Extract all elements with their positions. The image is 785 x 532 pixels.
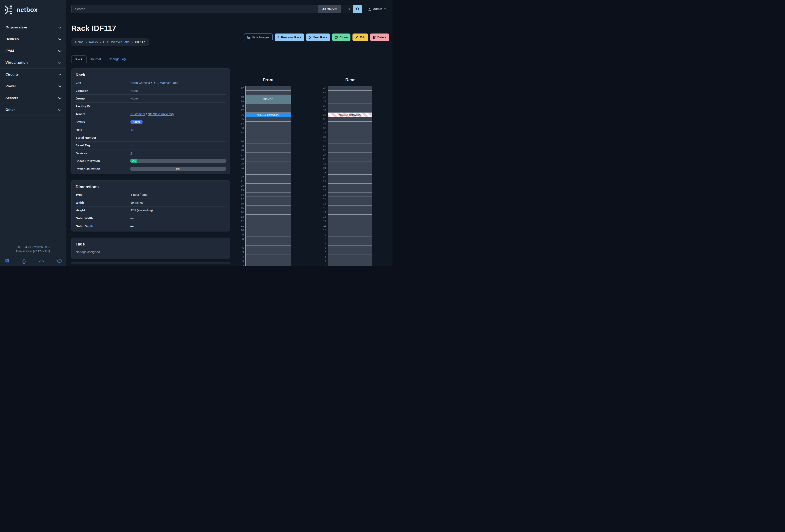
source-code-link[interactable]: <> (39, 259, 44, 264)
rack-empty-slot[interactable] (246, 157, 291, 161)
sidebar-item-organization[interactable]: Organization (0, 22, 66, 33)
rack-empty-slot[interactable] (246, 215, 291, 219)
rack-empty-slot[interactable] (246, 122, 291, 126)
rack-empty-slot[interactable] (328, 130, 372, 135)
sidebar-item-devices[interactable]: Devices (0, 33, 66, 45)
rack-empty-slot[interactable] (246, 263, 291, 266)
docs-book-link[interactable] (4, 259, 9, 264)
rack-empty-slot[interactable] (246, 170, 291, 175)
attribute-link[interactable]: IDF (130, 128, 135, 131)
help-lifebuoy-link[interactable] (57, 259, 61, 264)
rack-empty-slot[interactable] (328, 250, 372, 255)
rack-empty-slot[interactable] (246, 153, 291, 157)
next-rack-button[interactable]: Next Rack (306, 33, 330, 41)
breadcrumb-item[interactable]: Racks (89, 40, 98, 44)
rack-empty-slot[interactable] (328, 86, 372, 90)
breadcrumb-item[interactable]: Home (75, 40, 83, 44)
hide-images-button[interactable]: Hide Images (244, 33, 273, 41)
rack-empty-slot[interactable] (246, 161, 291, 166)
rack-empty-slot[interactable] (328, 179, 372, 184)
rack-device[interactable]: ncsu117-distswitch1 (328, 113, 372, 117)
rack-empty-slot[interactable] (328, 135, 372, 139)
rack-empty-slot[interactable] (328, 175, 372, 179)
rack-empty-slot[interactable] (328, 95, 372, 100)
rack-empty-slot[interactable] (328, 117, 372, 122)
rack-empty-slot[interactable] (246, 179, 291, 184)
rack-empty-slot[interactable] (246, 104, 291, 108)
attribute-link[interactable]: Customers (130, 112, 145, 116)
rack-empty-slot[interactable] (246, 241, 291, 245)
rack-empty-slot[interactable] (328, 206, 372, 210)
search-submit-button[interactable] (353, 5, 362, 13)
attribute-link[interactable]: North Carolina (130, 81, 150, 84)
rack-device[interactable]: PP:MDF (246, 95, 291, 104)
previous-rack-button[interactable]: Previous Rack (275, 33, 304, 41)
sidebar-item-ipam[interactable]: IPAM (0, 45, 66, 57)
netbox-logo[interactable]: netbox (0, 0, 66, 19)
rack-empty-slot[interactable] (328, 241, 372, 245)
rack-empty-slot[interactable] (246, 144, 291, 148)
rack-empty-slot[interactable] (328, 197, 372, 201)
rack-empty-slot[interactable] (328, 144, 372, 148)
rack-empty-slot[interactable] (328, 245, 372, 250)
rack-empty-slot[interactable] (246, 90, 291, 95)
rack-empty-slot[interactable] (328, 201, 372, 206)
search-input[interactable] (71, 5, 318, 13)
breadcrumb-item[interactable]: D. S. Weaver Labs (103, 40, 130, 44)
api-braces-link[interactable]: {} (22, 259, 26, 264)
rack-empty-slot[interactable] (246, 228, 291, 232)
rack-empty-slot[interactable] (246, 259, 291, 263)
sidebar-item-secrets[interactable]: Secrets (0, 92, 66, 104)
sidebar-item-virtualization[interactable]: Virtualization (0, 57, 66, 69)
rack-empty-slot[interactable] (246, 201, 291, 206)
sidebar-item-other[interactable]: Other (0, 104, 66, 116)
rack-empty-slot[interactable] (246, 255, 291, 259)
sidebar-item-circuits[interactable]: Circuits (0, 69, 66, 80)
attribute-link[interactable]: NC State University (148, 112, 174, 116)
rack-empty-slot[interactable] (246, 219, 291, 223)
rack-empty-slot[interactable] (328, 210, 372, 215)
rack-empty-slot[interactable] (246, 166, 291, 170)
rack-empty-slot[interactable] (328, 148, 372, 153)
rack-empty-slot[interactable] (328, 263, 372, 266)
rack-empty-slot[interactable] (246, 135, 291, 139)
rack-empty-slot[interactable] (328, 184, 372, 188)
rack-empty-slot[interactable] (328, 192, 372, 197)
rack-empty-slot[interactable] (328, 161, 372, 166)
rack-empty-slot[interactable] (246, 126, 291, 130)
rack-empty-slot[interactable] (328, 139, 372, 144)
rack-empty-slot[interactable] (328, 255, 372, 259)
rack-empty-slot[interactable] (246, 245, 291, 250)
tab-change-log[interactable]: Change Log (105, 55, 129, 63)
rack-device[interactable]: ncsu117-distswitch1 (246, 113, 291, 117)
rack-empty-slot[interactable] (328, 90, 372, 95)
rack-empty-slot[interactable] (246, 117, 291, 122)
user-menu-button[interactable]: admin (365, 5, 389, 13)
rack-empty-slot[interactable] (246, 192, 291, 197)
rack-empty-slot[interactable] (246, 232, 291, 237)
rack-empty-slot[interactable] (328, 108, 372, 113)
rack-empty-slot[interactable] (328, 157, 372, 161)
rack-empty-slot[interactable] (246, 237, 291, 241)
rack-empty-slot[interactable] (246, 223, 291, 228)
rack-empty-slot[interactable] (246, 250, 291, 255)
rack-empty-slot[interactable] (246, 188, 291, 192)
rack-empty-slot[interactable] (328, 126, 372, 130)
rack-empty-slot[interactable] (328, 259, 372, 263)
tab-rack[interactable]: Rack (71, 55, 86, 63)
rack-empty-slot[interactable] (246, 206, 291, 210)
rack-empty-slot[interactable] (328, 232, 372, 237)
rack-empty-slot[interactable] (328, 104, 372, 108)
sidebar-item-power[interactable]: Power (0, 80, 66, 92)
attribute-link[interactable]: D. S. Weaver Labs (153, 81, 178, 84)
rack-empty-slot[interactable] (328, 228, 372, 232)
rack-empty-slot[interactable] (328, 219, 372, 223)
delete-button[interactable]: Delete (370, 33, 389, 41)
rack-empty-slot[interactable] (328, 122, 372, 126)
rack-empty-slot[interactable] (328, 223, 372, 228)
rack-empty-slot[interactable] (246, 175, 291, 179)
rack-empty-slot[interactable] (328, 99, 372, 104)
rack-empty-slot[interactable] (328, 170, 372, 175)
attribute-link[interactable]: 2 (130, 152, 132, 155)
clone-button[interactable]: Clone (332, 33, 351, 41)
